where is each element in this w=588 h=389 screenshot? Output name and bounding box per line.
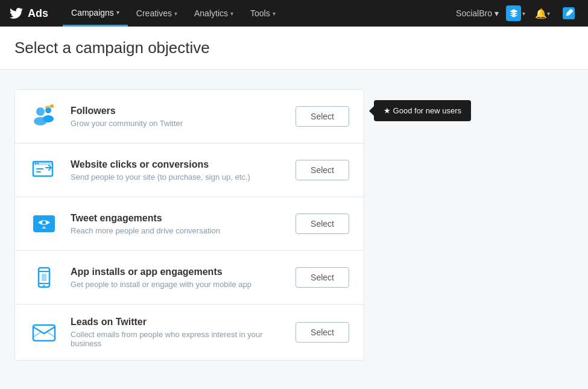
app-select-button[interactable]: Select — [296, 267, 349, 288]
tweet-desc: Reach more people and drive conversation — [71, 226, 283, 235]
campaigns-caret-icon: ▾ — [116, 9, 119, 16]
objective-followers: Followers Grow your community on Twitter… — [15, 90, 364, 144]
website-title: Website clicks or conversions — [71, 159, 283, 170]
leads-title: Leads on Twitter — [71, 317, 283, 327]
svg-point-8 — [35, 163, 37, 165]
twitter-bird-icon — [10, 7, 23, 20]
app-title: App installs or app engagements — [71, 267, 283, 277]
svg-rect-16 — [42, 274, 46, 281]
bell-button[interactable]: 🔔 ▾ — [533, 4, 552, 23]
layers-icon — [506, 5, 521, 21]
brand[interactable]: Ads — [10, 7, 48, 20]
nav-campaigns[interactable]: Campaigns ▾ — [63, 0, 128, 27]
nav-creatives[interactable]: Creatives ▾ — [128, 0, 186, 27]
svg-point-9 — [37, 163, 39, 165]
nav-right: SocialBro ▾ ▾ 🔔 ▾ — [456, 4, 578, 23]
leads-desc: Collect emails from people who express i… — [71, 330, 283, 348]
objective-leads: Leads on Twitter Collect emails from peo… — [15, 305, 364, 360]
tweet-info: Tweet engagements Reach more people and … — [71, 213, 283, 235]
nav-items: Campaigns ▾ Creatives ▾ Analytics ▾ Tool… — [63, 0, 456, 27]
navbar: Ads Campaigns ▾ Creatives ▾ Analytics ▾ … — [0, 0, 588, 27]
svg-point-15 — [43, 285, 45, 287]
svg-point-3 — [45, 107, 51, 113]
analytics-caret-icon: ▾ — [230, 10, 233, 17]
leads-info: Leads on Twitter Collect emails from peo… — [71, 317, 283, 348]
website-info: Website clicks or conversions Send peopl… — [71, 159, 283, 182]
layers-caret-icon: ▾ — [522, 10, 525, 17]
followers-icon — [30, 102, 58, 131]
creatives-caret-icon: ▾ — [174, 10, 177, 17]
main-content: Followers Grow your community on Twitter… — [0, 70, 588, 380]
layers-button[interactable]: ▾ — [506, 4, 525, 23]
tweet-select-button[interactable]: Select — [296, 213, 349, 234]
objective-tweet: Tweet engagements Reach more people and … — [15, 197, 364, 251]
objective-website: Website clicks or conversions Send peopl… — [15, 144, 364, 197]
svg-point-5 — [50, 104, 54, 108]
tools-caret-icon: ▾ — [273, 10, 276, 17]
app-info: App installs or app engagements Get peop… — [71, 267, 283, 289]
website-select-button[interactable]: Select — [296, 160, 349, 180]
tweet-icon — [30, 209, 58, 238]
app-desc: Get people to install or engage with you… — [71, 280, 283, 289]
page-header: Select a campaign objective — [0, 27, 588, 70]
svg-point-1 — [36, 107, 45, 116]
followers-title: Followers — [71, 106, 283, 116]
svg-point-11 — [42, 221, 46, 224]
svg-point-4 — [43, 115, 54, 122]
edit-button[interactable] — [559, 4, 578, 23]
pencil-icon — [563, 7, 575, 19]
nav-tools[interactable]: Tools ▾ — [242, 0, 284, 27]
svg-line-18 — [33, 332, 40, 337]
page-title: Select a campaign objective — [14, 39, 574, 57]
objectives-list: Followers Grow your community on Twitter… — [14, 89, 364, 361]
good-for-new-badge: ★ Good for new users — [374, 100, 471, 121]
leads-icon — [30, 318, 58, 347]
tweet-title: Tweet engagements — [71, 213, 283, 224]
svg-line-19 — [48, 332, 55, 337]
leads-select-button[interactable]: Select — [296, 322, 349, 343]
bell-caret-icon: ▾ — [547, 10, 550, 17]
user-caret-icon: ▾ — [495, 8, 499, 18]
bell-icon: 🔔 — [535, 8, 547, 19]
followers-select-button[interactable]: Select — [296, 106, 349, 127]
website-icon — [30, 156, 58, 185]
followers-desc: Grow your community on Twitter — [71, 119, 283, 128]
objectives-wrapper: Followers Grow your community on Twitter… — [14, 89, 574, 361]
app-icon — [30, 263, 58, 292]
followers-info: Followers Grow your community on Twitter — [71, 106, 283, 128]
user-menu[interactable]: SocialBro ▾ — [456, 8, 499, 18]
website-desc: Send people to your site (to purchase, s… — [71, 172, 283, 182]
objective-app: App installs or app engagements Get peop… — [15, 251, 364, 305]
nav-analytics[interactable]: Analytics ▾ — [186, 0, 242, 27]
brand-label: Ads — [28, 7, 48, 20]
